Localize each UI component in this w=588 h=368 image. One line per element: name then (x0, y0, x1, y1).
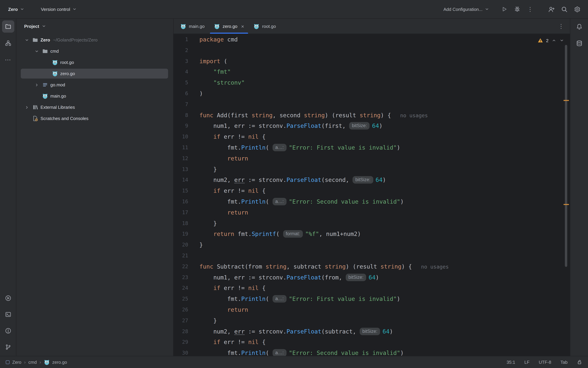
gopher-icon (180, 23, 186, 29)
chevron-down-icon[interactable] (560, 38, 564, 43)
line-number[interactable]: 29 (173, 337, 199, 348)
tree-item-root-go[interactable]: root.go (16, 57, 173, 68)
code-line: 11 fmt.Println( a…:"Error: First value i… (173, 142, 570, 153)
line-number[interactable]: 21 (173, 250, 199, 261)
chevron-right-icon[interactable] (32, 83, 41, 87)
code-line: 6) (173, 88, 570, 99)
editor-scrollbar[interactable] (565, 45, 567, 267)
problems-tool-button[interactable] (2, 324, 14, 337)
tab-zero-go[interactable]: zero.go× (209, 19, 249, 34)
line-number[interactable]: 22 (173, 261, 199, 272)
line-number[interactable]: 20 (173, 240, 199, 250)
more-tool-windows-button[interactable]: ⋯ (2, 54, 14, 66)
git-tool-button[interactable] (2, 341, 14, 353)
line-number[interactable]: 23 (173, 272, 199, 283)
gopher-icon (41, 93, 49, 99)
search-everywhere-button[interactable] (560, 4, 569, 14)
terminal-tool-button[interactable] (2, 308, 14, 320)
chevron-down-icon[interactable] (32, 49, 41, 54)
usages-inlay: no usages (400, 112, 428, 119)
caret-position-widget[interactable]: 35:1 (506, 359, 515, 365)
run-tool-button[interactable] (2, 292, 14, 304)
code-line: 18 } (173, 218, 570, 229)
run-configurations-menu[interactable]: Add Configuration... (441, 5, 491, 13)
code-line: 1package cmd (173, 34, 570, 45)
line-number[interactable]: 6 (173, 88, 199, 99)
line-number[interactable]: 26 (173, 305, 199, 315)
line-number[interactable]: 30 (173, 348, 199, 356)
code-line: 12 return (173, 153, 570, 164)
line-number[interactable]: 27 (173, 315, 199, 326)
line-number[interactable]: 5 (173, 77, 199, 88)
line-number[interactable]: 7 (173, 99, 199, 110)
chevron-right-icon[interactable] (22, 105, 31, 110)
gopher-icon (254, 23, 259, 29)
line-number[interactable]: 3 (173, 56, 199, 67)
project-icon (6, 360, 9, 364)
inspections-widget[interactable]: 2 (538, 38, 564, 43)
more-actions-button[interactable]: ⋮ (525, 4, 535, 14)
code-line: 22func Subtract(from string, subtract st… (173, 261, 570, 272)
line-separator-widget[interactable]: LF (524, 359, 530, 365)
vcs-widget-menu[interactable]: Version control (39, 5, 79, 13)
chevron-up-icon[interactable] (552, 38, 556, 43)
warning-stripe-mark[interactable] (563, 100, 569, 101)
run-button[interactable] (500, 4, 509, 14)
line-number[interactable]: 15 (173, 186, 199, 196)
line-number[interactable]: 16 (173, 196, 199, 207)
project-widget-menu[interactable]: Zero (6, 5, 27, 13)
tree-item-main-go[interactable]: main.go (16, 91, 173, 102)
breadcrumb-file[interactable]: zero.go (52, 359, 67, 365)
database-tool-button[interactable] (573, 37, 585, 49)
line-number[interactable]: 4 (173, 67, 199, 78)
line-number[interactable]: 19 (173, 229, 199, 240)
tree-item-external-libraries[interactable]: External Libraries (16, 102, 173, 113)
tab-root-go[interactable]: root.go (249, 19, 281, 34)
breadcrumb-folder[interactable]: cmd (28, 359, 37, 365)
code-with-me-button[interactable] (547, 4, 556, 14)
encoding-widget[interactable]: UTF-8 (539, 359, 551, 365)
debug-button[interactable] (512, 4, 522, 14)
structure-tool-button[interactable] (2, 37, 14, 49)
close-tab-icon[interactable]: × (241, 24, 244, 29)
chevron-down-icon[interactable] (22, 37, 31, 42)
line-number[interactable]: 2 (173, 45, 199, 56)
tree-item-scratches-and-consoles[interactable]: Scratches and Consoles (16, 113, 173, 124)
tree-item-path-hint: ~/GolandProjects/Zero (53, 37, 97, 43)
line-number[interactable]: 28 (173, 326, 199, 337)
project-panel-header[interactable]: Project (16, 19, 173, 34)
project-tool-button[interactable] (2, 20, 14, 33)
line-number[interactable]: 1 (173, 34, 199, 45)
line-number[interactable]: 18 (173, 218, 199, 229)
project-widget-label: Zero (8, 7, 18, 12)
line-number[interactable]: 8 (173, 110, 199, 121)
settings-button[interactable] (572, 4, 582, 14)
line-number[interactable]: 10 (173, 132, 199, 142)
warning-count: 2 (546, 38, 549, 43)
line-number[interactable]: 17 (173, 207, 199, 218)
breadcrumb: Zero › cmd › zero.go (6, 359, 67, 365)
line-number[interactable]: 11 (173, 142, 199, 153)
line-number[interactable]: 9 (173, 121, 199, 132)
line-number[interactable]: 25 (173, 294, 199, 305)
line-number[interactable]: 14 (173, 175, 199, 186)
tree-item-cmd[interactable]: cmd (16, 46, 173, 57)
tree-item-zero[interactable]: Zero~/GolandProjects/Zero (16, 34, 173, 46)
code-line: 16 fmt.Println( a…:"Error: Second value … (173, 196, 570, 207)
gopher-icon (214, 23, 220, 29)
indent-widget[interactable]: Tab (560, 359, 568, 365)
notifications-tool-button[interactable] (573, 20, 585, 33)
tab-main-go[interactable]: main.go (176, 19, 209, 34)
tree-item-label: Zero (40, 37, 50, 43)
line-number[interactable]: 12 (173, 153, 199, 164)
lock-open-icon[interactable] (577, 359, 582, 365)
terminal-icon (5, 311, 11, 317)
code-editor[interactable]: 1package cmd23import (4 "fmt"5 "strconv"… (173, 34, 570, 356)
breadcrumb-project[interactable]: Zero (12, 359, 21, 365)
tree-item-zero-go[interactable]: zero.go (16, 68, 173, 79)
editor-tab-options-button[interactable]: ⋮ (556, 21, 566, 31)
line-number[interactable]: 24 (173, 283, 199, 294)
line-number[interactable]: 13 (173, 164, 199, 175)
tree-item-go-mod[interactable]: go.mod (16, 79, 173, 91)
warning-stripe-mark[interactable] (563, 204, 569, 205)
